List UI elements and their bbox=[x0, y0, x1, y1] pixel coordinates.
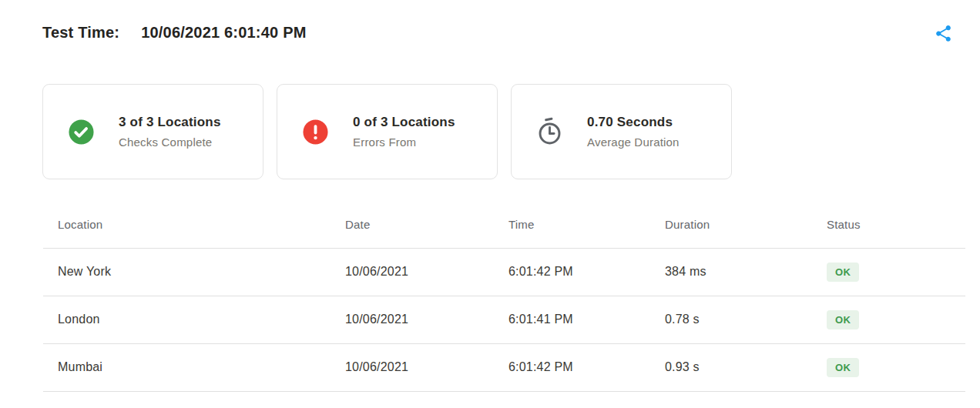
card-title: 0 of 3 Locations bbox=[353, 115, 455, 130]
column-header-time: Time bbox=[508, 202, 665, 248]
table-header-row: Location Date Time Duration Status bbox=[43, 202, 965, 248]
cell-duration: 0.78 s bbox=[665, 296, 827, 343]
table-row[interactable]: New York 10/06/2021 6:01:42 PM 384 ms OK bbox=[43, 248, 965, 296]
error-circle-icon bbox=[300, 119, 330, 145]
card-checks-complete: 3 of 3 Locations Checks Complete bbox=[42, 84, 263, 179]
cell-location: Mumbai bbox=[43, 343, 345, 391]
card-title: 0.70 Seconds bbox=[587, 115, 680, 130]
cell-date: 10/06/2021 bbox=[345, 248, 508, 296]
stopwatch-icon bbox=[535, 116, 564, 147]
column-header-date: Date bbox=[345, 202, 508, 248]
page-header: Test Time: 10/06/2021 6:01:40 PM bbox=[42, 24, 307, 42]
card-subtitle: Average Duration bbox=[587, 135, 680, 149]
cell-time: 6:01:42 PM bbox=[508, 248, 665, 296]
results-table: Location Date Time Duration Status New Y… bbox=[43, 202, 965, 392]
column-header-status: Status bbox=[827, 202, 965, 248]
cell-status: OK bbox=[827, 296, 965, 343]
status-badge: OK bbox=[827, 263, 859, 282]
share-icon bbox=[934, 24, 953, 46]
card-average-duration: 0.70 Seconds Average Duration bbox=[511, 84, 732, 179]
test-result-page: Test Time: 10/06/2021 6:01:40 PM 3 of 3 … bbox=[0, 0, 980, 408]
table-row[interactable]: London 10/06/2021 6:01:41 PM 0.78 s OK bbox=[43, 296, 965, 343]
card-subtitle: Checks Complete bbox=[119, 135, 221, 149]
cell-date: 10/06/2021 bbox=[345, 343, 508, 391]
summary-cards: 3 of 3 Locations Checks Complete 0 of 3 … bbox=[42, 84, 732, 179]
cell-location: London bbox=[43, 296, 345, 343]
card-title: 3 of 3 Locations bbox=[119, 115, 221, 130]
test-time-value: 10/06/2021 6:01:40 PM bbox=[141, 24, 306, 42]
cell-duration: 0.93 s bbox=[665, 343, 827, 391]
status-badge: OK bbox=[827, 310, 859, 329]
cell-status: OK bbox=[827, 248, 965, 296]
cell-status: OK bbox=[827, 343, 965, 391]
status-badge: OK bbox=[827, 358, 859, 377]
cell-time: 6:01:42 PM bbox=[508, 343, 665, 391]
check-circle-icon bbox=[66, 119, 96, 145]
card-errors-from: 0 of 3 Locations Errors From bbox=[277, 84, 498, 179]
card-subtitle: Errors From bbox=[353, 135, 455, 149]
cell-duration: 384 ms bbox=[665, 248, 827, 296]
column-header-duration: Duration bbox=[665, 202, 827, 248]
test-time-label: Test Time: bbox=[42, 24, 119, 42]
table-row[interactable]: Mumbai 10/06/2021 6:01:42 PM 0.93 s OK bbox=[43, 343, 965, 391]
column-header-location: Location bbox=[43, 202, 345, 248]
share-button[interactable] bbox=[932, 24, 954, 45]
cell-location: New York bbox=[43, 248, 345, 296]
cell-date: 10/06/2021 bbox=[345, 296, 508, 343]
cell-time: 6:01:41 PM bbox=[508, 296, 665, 343]
